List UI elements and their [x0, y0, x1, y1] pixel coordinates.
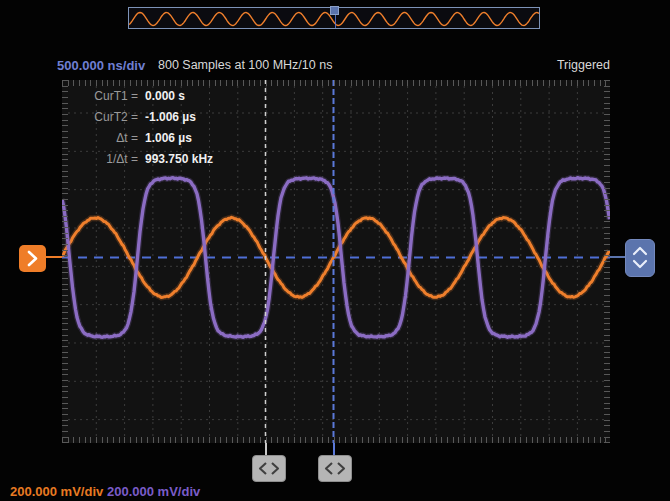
oscilloscope-app: 500.000 ns/div 800 Samples at 100 MHz/10…	[0, 0, 670, 501]
channel1-scale-label: 200.000 mV/div	[10, 484, 103, 499]
cursor-t1-label: CurT1 =	[66, 86, 138, 107]
scope-plot-area[interactable]: CurT1 = 0.000 s CurT2 = -1.006 µs Δt = 1…	[62, 80, 610, 443]
chevron-left-icon	[326, 463, 332, 474]
plot-bottom-ticks	[62, 437, 610, 443]
plot-right-ticks	[604, 80, 610, 443]
chevron-up-icon	[634, 248, 646, 254]
chevron-right-icon	[19, 245, 46, 272]
cursor-readout-t1: CurT1 = 0.000 s	[66, 86, 213, 107]
chevron-left-right-icons	[319, 456, 351, 481]
buffer-overview-strip[interactable]	[128, 7, 540, 29]
channel1-offset-marker[interactable]	[19, 245, 46, 272]
trigger-level-connector	[610, 256, 625, 258]
cursor-dt-value: 1.006 µs	[145, 128, 192, 149]
cursor-t2-label: CurT2 =	[66, 107, 138, 128]
trigger-level-marker[interactable]	[625, 239, 655, 277]
channel1-offset-connector	[46, 256, 62, 258]
chevron-left-icon	[260, 463, 266, 474]
cursor-readout-dt: Δt = 1.006 µs	[66, 128, 213, 149]
cursor-t1-handle-button[interactable]	[318, 455, 352, 482]
cursor-dt-label: Δt =	[66, 128, 138, 149]
timebase-label: 500.000 ns/div	[57, 58, 145, 73]
cursor-t2-handle-button[interactable]	[252, 455, 286, 482]
chevron-right-icon	[338, 463, 344, 474]
chevron-right-icon	[272, 463, 278, 474]
chevron-up-down-icons	[626, 240, 654, 276]
overview-trigger-position-marker[interactable]	[330, 6, 339, 15]
cursor-readout-block: CurT1 = 0.000 s CurT2 = -1.006 µs Δt = 1…	[66, 86, 213, 170]
cursor-inv-dt-value: 993.750 kHz	[145, 149, 213, 170]
cursor-inv-dt-label: 1/Δt =	[66, 149, 138, 170]
cursor-readout-t2: CurT2 = -1.006 µs	[66, 107, 213, 128]
cursor-t1-value: 0.000 s	[145, 86, 185, 107]
cursor-t1-extension-line	[333, 443, 335, 455]
chevron-down-icon	[634, 261, 646, 267]
cursor-t2-value: -1.006 µs	[145, 107, 196, 128]
samples-info-label: 800 Samples at 100 MHz/10 ns	[158, 58, 332, 72]
cursor-t2-extension-line	[265, 443, 267, 455]
channel2-scale-label: 200.000 mV/div	[107, 484, 200, 499]
trigger-status-label: Triggered	[557, 58, 610, 72]
cursor-readout-inv-dt: 1/Δt = 993.750 kHz	[66, 149, 213, 170]
chevron-left-right-icons	[253, 456, 285, 481]
